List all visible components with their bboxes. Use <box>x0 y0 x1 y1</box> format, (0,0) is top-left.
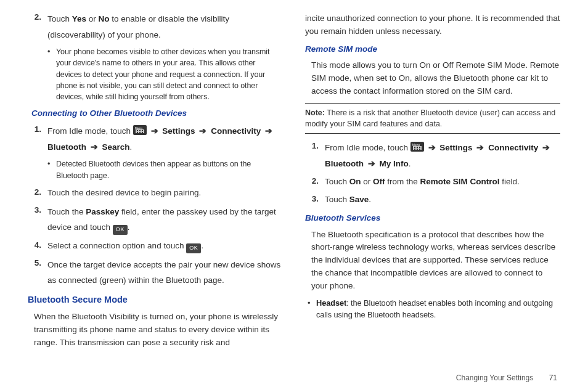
heading-bluetooth-services: Bluetooth Services <box>305 212 560 224</box>
section-title: Changing Your Settings <box>456 374 533 382</box>
right-column: incite unauthorized connection to your p… <box>305 11 560 362</box>
list-item: 5. Once the target device accepts the pa… <box>28 257 283 288</box>
note-block: Note: There is a risk that another Bluet… <box>305 103 560 134</box>
list-item: 3. Touch the Passkey field, enter the pa… <box>28 204 283 235</box>
bullet-item: • Your phone becomes visible to other de… <box>47 46 283 102</box>
bullet-item: • Detected Bluetooth devices then appear… <box>47 158 283 181</box>
page-number: 71 <box>549 374 557 382</box>
ok-icon: OK <box>113 225 128 235</box>
paragraph: When the Bluetooth Visibility is turned … <box>34 311 283 349</box>
heading-secure-mode: Bluetooth Secure Mode <box>28 293 283 307</box>
list-item: 1. From Idle mode, touch ➔ Settings ➔ Co… <box>28 123 283 155</box>
paragraph: This mode allows you to turn On or Off R… <box>311 59 560 98</box>
heading-connecting: Connecting to Other Bluetooth Devices <box>31 107 283 120</box>
bullet-item: • Headset: the Bluetooth headset enables… <box>308 298 560 321</box>
list-item: 2. Touch Yes or No to enable or disable … <box>28 11 283 43</box>
left-column: 2. Touch Yes or No to enable or disable … <box>28 11 283 362</box>
menu-icon <box>410 142 424 152</box>
list-item: 2. Touch On or Off from the Remote SIM C… <box>305 175 560 189</box>
list-item: 3. Touch Save. <box>305 193 560 207</box>
list-item: 1. From Idle mode, touch ➔ Settings ➔ Co… <box>305 140 560 171</box>
list-item: 4. Select a connection option and touch … <box>28 239 283 253</box>
heading-remote-sim: Remote SIM mode <box>305 43 560 55</box>
paragraph: incite unauthorized connection to your p… <box>305 12 560 38</box>
page-footer: Changing Your Settings 71 <box>456 372 557 383</box>
list-item: 2. Touch the desired device to begin pai… <box>28 186 283 200</box>
paragraph: The Bluetooth specification is a protoco… <box>311 229 560 293</box>
ok-icon: OK <box>186 243 201 253</box>
page-columns: 2. Touch Yes or No to enable or disable … <box>28 11 560 362</box>
menu-icon <box>133 125 147 135</box>
